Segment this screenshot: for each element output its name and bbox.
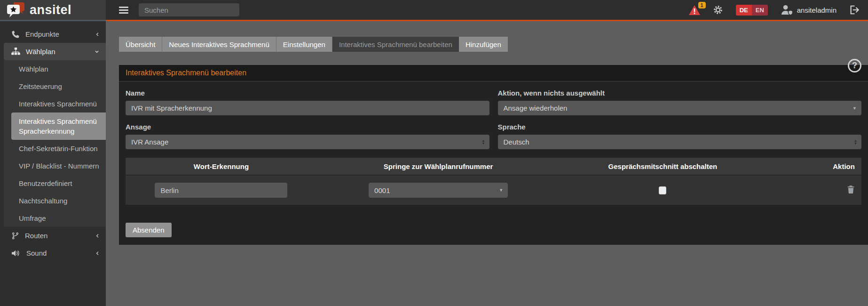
search-input[interactable] [139,3,239,16]
sprache-field: Sprache Deutsch ▲▼ [498,115,862,149]
submenu-item-interaktives-sprachmenue[interactable]: Interaktives Sprachmenü [4,95,106,113]
topbar-main: 1 DE EN ansitel [106,0,868,21]
caret-updown-icon: ▲▼ [854,139,857,145]
main-area: Übersicht Neues Interaktives Sprachmenü … [106,21,868,306]
tab-uebersicht[interactable]: Übersicht [119,37,162,52]
rufnummer-selected-value: 0001 [374,186,390,194]
caret-updown-icon: ▲▼ [482,139,485,145]
submenu-item-waehlplan[interactable]: Wählplan [4,60,106,78]
sprache-selected-value: Deutsch [504,138,529,146]
col-header-springe-zur-nummer: Springe zur Wählplanrufnummer [317,162,560,170]
chevron-down-icon [94,49,100,54]
chevron-left-icon [95,233,100,239]
sidebar-item-label: Wählplan [26,48,55,56]
ansitel-logo-icon [7,2,25,18]
tab-einstellungen[interactable]: Einstellungen [276,37,332,52]
delete-row-button[interactable] [847,185,855,195]
action-select[interactable]: Ansage wiederholen ▼ [498,101,862,115]
panel-body: Name Aktion, wenn nichts ausgewählt Ansa… [119,81,868,245]
chevron-left-icon [95,31,100,38]
edit-ivr-panel: Interaktives Sprachmenü bearbeiten Name … [119,65,868,245]
sidebar-item-label: Sound [26,249,47,257]
brand-logo[interactable]: ansitel [0,0,106,21]
sprache-select[interactable]: Deutsch ▲▼ [498,135,862,149]
user-menu[interactable]: ansiteladmin [781,5,836,15]
col-header-mitschnitt: Gesprächsmitschnitt abschalten [560,162,765,170]
ansage-selected-value: IVR Ansage [131,138,168,146]
name-label: Name [126,89,489,97]
phone-icon [11,30,20,39]
chevron-left-icon [95,250,100,257]
absenden-button[interactable]: Absenden [126,223,172,237]
sidebar-item-routen[interactable]: Routen [0,227,106,244]
help-icon[interactable]: ? [848,59,861,72]
rufnummer-select[interactable]: 0001 ▼ [369,183,508,198]
topbar: ansitel 1 [0,0,868,21]
sidebar-item-waehlplan[interactable]: Wählplan [4,43,106,60]
tab-bar: Übersicht Neues Interaktives Sprachmenü … [119,37,508,52]
language-switch: DE EN [736,5,768,16]
logout-icon[interactable] [849,5,860,15]
topbar-actions: 1 DE EN ansitel [689,5,868,16]
sidebar-item-endpunkte[interactable]: Endpunkte [0,25,106,43]
submenu-item-umfrage[interactable]: Umfrage [4,209,106,227]
sprache-label: Sprache [498,123,862,131]
submenu-item-benutzerdefiniert[interactable]: Benutzerdefiniert [4,175,106,192]
sidebar-item-label: Endpunkte [25,30,59,38]
language-en-button[interactable]: EN [752,5,768,16]
sitemap-icon [11,48,20,56]
user-shield-icon [781,5,793,15]
word-recognition-table: Wort-Erkennung Springe zur Wählplanrufnu… [126,158,861,205]
action-label: Aktion, wenn nichts ausgewählt [498,89,862,97]
table-row: 0001 ▼ [126,175,861,205]
ansage-select[interactable]: IVR Ansage ▲▼ [126,135,489,149]
wort-erkennung-input[interactable] [155,183,287,198]
username: ansiteladmin [797,6,836,14]
brand-name: ansitel [30,3,71,17]
alerts-button[interactable]: 1 [689,5,700,15]
col-header-wort-erkennung: Wort-Erkennung [126,162,317,170]
submenu-item-vip-blacklist[interactable]: VIP / Blacklist - Nummern [4,157,106,175]
action-selected-value: Ansage wiederholen [504,104,568,112]
menu-icon[interactable] [119,5,128,15]
ansage-label: Ansage [126,123,489,131]
tab-neues-sprachmenue[interactable]: Neues Interaktives Sprachmenü [162,37,276,52]
action-field: Aktion, wenn nichts ausgewählt Ansage wi… [498,81,862,115]
caret-down-icon: ▼ [852,106,857,111]
panel-title: Interaktives Sprachmenü bearbeiten [119,65,868,81]
name-input[interactable] [126,101,489,115]
alert-count-badge: 1 [698,2,706,8]
submenu-item-sprachmenue-spracherkennung[interactable]: Interaktives Sprachmenü Spracherkennung [11,113,106,140]
submenu-item-zeitsteuerung[interactable]: Zeitsteuerung [4,78,106,95]
route-branch-icon [11,232,19,240]
sidebar-item-label: Routen [25,232,47,240]
submenu-item-chef-sekretaerin[interactable]: Chef-Sekretärin-Funktion [4,140,106,157]
table-header-row: Wort-Erkennung Springe zur Wählplanrufnu… [126,158,861,175]
caret-down-icon: ▼ [499,188,503,193]
waehlplan-submenu: Wählplan Zeitsteuerung Interaktives Spra… [4,60,106,227]
name-field: Name [126,81,489,115]
submenu-item-nachtschaltung[interactable]: Nachtschaltung [4,192,106,209]
volume-icon [11,249,21,258]
settings-gear-icon[interactable] [713,5,723,15]
col-header-aktion: Aktion [766,162,861,170]
mitschnitt-abschalten-checkbox[interactable] [659,186,666,194]
language-de-button[interactable]: DE [736,5,752,16]
tab-sprachmenue-bearbeiten[interactable]: Interaktives Sprachmenü bearbeiten [332,37,459,52]
sidebar-item-sound[interactable]: Sound [0,244,106,262]
tab-hinzufuegen[interactable]: Hinzufügen [459,37,508,52]
ansage-field: Ansage IVR Ansage ▲▼ [126,115,489,149]
sidebar: Endpunkte Wählplan Wählplan Zeitsteuerun… [0,21,106,306]
trash-icon [847,185,855,194]
